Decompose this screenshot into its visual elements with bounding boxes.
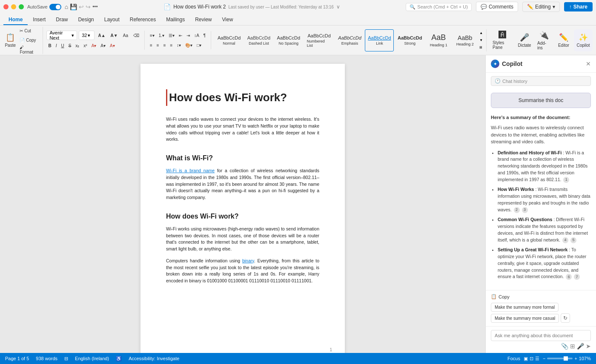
align-left-button[interactable]: ≡ <box>148 41 154 49</box>
copilot-close-button[interactable]: ✕ <box>586 60 591 67</box>
zoom-level[interactable]: 107% <box>579 356 591 361</box>
increase-font-button[interactable]: A▲ <box>96 31 107 40</box>
format-painter-button[interactable]: 🖌 Format <box>18 46 39 54</box>
style-heading1[interactable]: AaB Heading 1 <box>426 29 451 51</box>
style-strong[interactable]: AaBbCcDd Strong <box>395 29 425 51</box>
input-attachment-icon[interactable]: 📎 <box>561 343 568 350</box>
superscript-button[interactable]: x² <box>82 41 89 50</box>
change-case-button[interactable]: Aa <box>121 31 130 40</box>
shading-button[interactable]: 🎨▾ <box>183 41 194 49</box>
undo-icon[interactable]: ↩ <box>79 3 84 10</box>
zoom-in-icon[interactable]: + <box>574 356 577 361</box>
align-center-button[interactable]: ≡ <box>155 41 161 49</box>
minimize-window-button[interactable] <box>11 4 16 9</box>
editor-button[interactable]: ✏️ Editor <box>554 29 573 51</box>
tab-draw[interactable]: Draw <box>51 15 73 25</box>
tab-view[interactable]: View <box>217 15 238 25</box>
share-button[interactable]: ↑ Share <box>564 2 593 11</box>
styles-up[interactable]: ▲ <box>479 31 483 35</box>
outline-icon[interactable]: ☰ <box>535 356 539 361</box>
copilot-history-search[interactable]: 🕐 Chat history <box>491 76 591 86</box>
decrease-indent-button[interactable]: ⇤ <box>177 31 184 40</box>
copilot-ribbon-button[interactable]: ✨ Copilot <box>574 29 593 51</box>
save-icon[interactable]: 💾 <box>70 3 77 10</box>
multilevel-list-button[interactable]: ☰▾ <box>167 31 176 40</box>
tab-mailings[interactable]: Mailings <box>161 15 190 25</box>
border-button[interactable]: □▾ <box>195 41 203 49</box>
style-emphasis[interactable]: AaBbCcDd Emphasis <box>335 29 364 51</box>
redo-icon[interactable]: ↪ <box>86 3 91 10</box>
footnote-7[interactable]: 7 <box>574 274 580 280</box>
clear-formatting-button[interactable]: ⌫ <box>132 31 141 40</box>
make-casual-button[interactable]: Make the summary more casual <box>491 314 559 323</box>
copy-button[interactable]: 📄 Copy <box>18 36 39 45</box>
italic-button[interactable]: I <box>54 41 59 50</box>
paste-button[interactable]: 📋 Paste <box>3 29 17 51</box>
copy-button[interactable]: 📋 Copy <box>491 294 591 299</box>
text-color-button[interactable]: A▾ <box>108 41 117 50</box>
cut-button[interactable]: ✂ Cut <box>18 27 39 35</box>
style-normal[interactable]: AaBbCcDd Normal <box>215 29 244 51</box>
highlight-button[interactable]: A▾ <box>99 41 107 50</box>
bullet-list-button[interactable]: ≡▾ <box>148 31 156 40</box>
footnote-5[interactable]: 5 <box>570 237 576 243</box>
tab-design[interactable]: Design <box>73 15 99 25</box>
tab-home[interactable]: Home <box>3 15 28 25</box>
font-size-selector[interactable]: 32 ▾ <box>79 31 95 40</box>
print-layout-icon[interactable]: ▣ <box>524 356 528 361</box>
styles-down[interactable]: ▼ <box>479 38 483 42</box>
sort-button[interactable]: ↕A <box>192 31 201 40</box>
decrease-font-button[interactable]: A▼ <box>109 31 120 40</box>
editing-button[interactable]: ✏️ Editing ▾ <box>522 2 560 12</box>
styles-more[interactable]: ⊞ <box>479 46 483 49</box>
search-box[interactable]: 🔍 Search (Cmd + Ctrl + U) <box>406 3 472 11</box>
tab-layout[interactable]: Layout <box>99 15 125 25</box>
font-color-button[interactable]: A▾ <box>90 41 98 50</box>
underline-button[interactable]: U <box>59 41 66 50</box>
comments-button[interactable]: 💬 Comments <box>476 2 518 12</box>
font-family-selector[interactable]: Avenir Next ▾ <box>46 31 77 40</box>
refresh-button[interactable]: ↻ <box>561 313 570 323</box>
footnote-6[interactable]: 6 <box>566 274 572 280</box>
style-heading2[interactable]: AaBb Heading 2 <box>452 29 478 51</box>
tab-review[interactable]: Review <box>190 15 217 25</box>
web-layout-icon[interactable]: ⊡ <box>530 356 533 361</box>
bold-button[interactable]: B <box>46 41 53 50</box>
language[interactable]: English (Ireland) <box>75 356 109 361</box>
line-spacing-button[interactable]: ↕▾ <box>175 41 183 49</box>
strikethrough-button[interactable]: S <box>67 41 73 50</box>
tab-insert[interactable]: Insert <box>28 15 51 25</box>
footnote-1[interactable]: 1 <box>563 177 569 183</box>
summarise-button[interactable]: Summarise this doc <box>491 93 591 108</box>
style-link[interactable]: AaBbCcDd Link <box>365 29 394 51</box>
autosave-toggle[interactable] <box>49 4 61 10</box>
tab-references[interactable]: References <box>125 15 161 25</box>
focus-label[interactable]: Focus <box>507 356 520 361</box>
input-table-icon[interactable]: ⊞ <box>570 343 575 350</box>
addins-button[interactable]: 🔌 Add-ins <box>535 29 553 51</box>
copilot-input[interactable] <box>491 330 591 341</box>
more-icon[interactable]: ••• <box>92 4 98 10</box>
styles-pane-button[interactable]: 🅰 Styles Pane <box>490 29 514 51</box>
zoom-out-icon[interactable]: − <box>543 356 545 361</box>
fullscreen-window-button[interactable] <box>19 4 24 9</box>
input-mic-icon[interactable]: 🎤 <box>577 343 584 350</box>
justify-button[interactable]: ≡ <box>169 41 175 49</box>
show-formatting-button[interactable]: ¶ <box>202 31 207 40</box>
style-numbered-list[interactable]: AaBbCcDd Numbered List <box>304 29 335 51</box>
footnote-3[interactable]: 3 <box>522 207 528 213</box>
footnote-4[interactable]: 4 <box>562 237 568 243</box>
zoom-slider[interactable]: − + 107% <box>543 356 591 361</box>
numbered-list-button[interactable]: 1.▾ <box>157 31 166 40</box>
align-right-button[interactable]: ≡ <box>162 41 168 49</box>
input-send-icon[interactable]: ➤ <box>586 343 591 350</box>
dictate-button[interactable]: 🎤 Dictate <box>515 29 534 51</box>
close-window-button[interactable] <box>3 4 9 9</box>
style-dashed-list[interactable]: AaBbCcDd Dashed List <box>244 29 273 51</box>
style-no-spacing[interactable]: AaBbCcDd No Spacing <box>274 29 303 51</box>
binary-link[interactable]: binary <box>242 258 254 263</box>
increase-indent-button[interactable]: ⇥ <box>185 31 192 40</box>
document-area[interactable]: How does Wi-Fi work? Wi-Fi uses radio wa… <box>0 55 485 353</box>
accessibility-label[interactable]: Accessibility: Investigate <box>129 356 179 361</box>
make-formal-button[interactable]: Make the summary more formal <box>491 303 559 312</box>
